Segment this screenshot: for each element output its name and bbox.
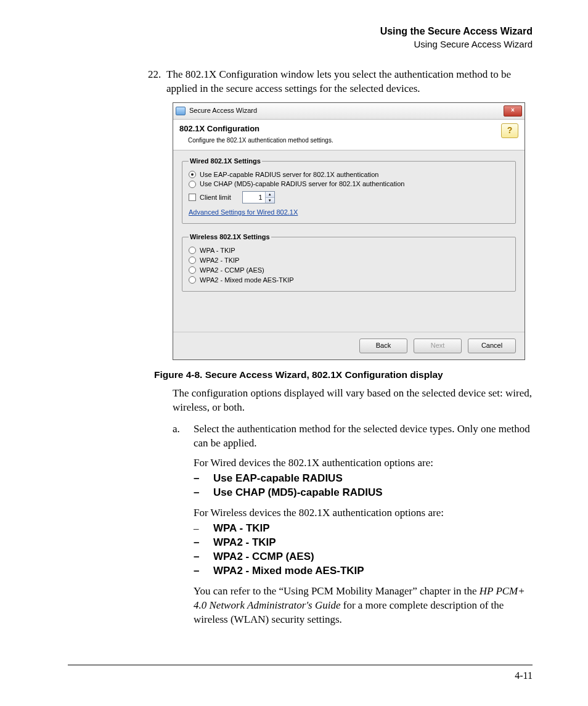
dialog-window: Secure Access Wizard × 802.1X Configurat… [173, 102, 525, 360]
help-button[interactable]: ? [501, 123, 518, 138]
wireless-radio-label: WPA2 - Mixed mode AES-TKIP [200, 276, 294, 285]
ref-text-1: You can refer to the “Using PCM Mobility… [194, 585, 480, 597]
radio-icon [189, 266, 196, 274]
wireless-radio-label: WPA - TKIP [200, 246, 235, 255]
page-header: Using the Secure Access Wizard Using Sec… [68, 25, 533, 51]
titlebar: Secure Access Wizard × [173, 103, 525, 120]
close-button[interactable]: × [504, 105, 522, 117]
spinner-up-icon[interactable]: ▲ [266, 192, 274, 198]
dash-icon: – [194, 564, 213, 578]
reference-paragraph: You can refer to the “Using PCM Mobility… [194, 585, 533, 627]
radio-icon [189, 257, 196, 264]
advanced-settings-link[interactable]: Advanced Settings for Wired 802.1X [189, 208, 298, 217]
wireless-fieldset: Wireless 802.1X Settings WPA - TKIP WPA2… [182, 232, 516, 292]
back-button[interactable]: Back [359, 339, 407, 353]
spinner-down-icon[interactable]: ▼ [266, 198, 274, 203]
substep-a: a. Select the authentication method for … [173, 422, 533, 451]
app-icon [176, 107, 186, 115]
dash-icon: – [194, 472, 213, 486]
window-title: Secure Access Wizard [189, 106, 504, 115]
wired-opt: Use EAP-capable RADIUS [213, 472, 343, 486]
wireless-radio-wpa2-ccmp[interactable]: WPA2 - CCMP (AES) [189, 266, 509, 275]
wired-radio-chap-label: Use CHAP (MD5)-capable RADIUS server for… [200, 179, 404, 189]
wireless-intro: For Wireless devices the 802.1X authenti… [194, 506, 533, 520]
wired-radio-eap-label: Use EAP-capable RADIUS server for 802.1X… [200, 170, 378, 179]
client-limit-row: Client limit 1 ▲ ▼ [189, 191, 509, 203]
radio-icon [189, 171, 196, 178]
wired-fieldset: Wired 802.1X Settings Use EAP-capable RA… [182, 157, 516, 224]
dash-icon: – [194, 522, 213, 536]
header-subtitle: Using Secure Access Wizard [68, 38, 533, 51]
wired-radio-eap[interactable]: Use EAP-capable RADIUS server for 802.1X… [189, 170, 509, 179]
figure-caption: Figure 4-8. Secure Access Wizard, 802.1X… [154, 369, 533, 382]
wireless-radio-label: WPA2 - TKIP [200, 256, 239, 265]
wired-options-list: –Use EAP-capable RADIUS –Use CHAP (MD5)-… [194, 472, 533, 500]
substep-text: Select the authentication method for the… [194, 422, 533, 451]
page-number: 4-11 [515, 669, 533, 683]
dialog-header: 802.1X Configuration Configure the 802.1… [173, 120, 525, 150]
wireless-opt: WPA2 - TKIP [213, 536, 276, 550]
wireless-opt: WPA2 - Mixed mode AES-TKIP [213, 564, 364, 578]
header-title: Using the Secure Access Wizard [68, 25, 533, 38]
radio-icon [189, 247, 196, 254]
wireless-options-list: –WPA - TKIP –WPA2 - TKIP –WPA2 - CCMP (A… [194, 522, 533, 578]
wireless-radio-wpa2-mixed[interactable]: WPA2 - Mixed mode AES-TKIP [189, 276, 509, 285]
wireless-radio-wpa2-tkip[interactable]: WPA2 - TKIP [189, 256, 509, 265]
wired-intro: For Wired devices the 802.1X authenticat… [194, 456, 533, 470]
dash-icon: – [194, 536, 213, 550]
wired-opt: Use CHAP (MD5)-capable RADIUS [213, 486, 383, 500]
dialog-title: 802.1X Configuration [179, 123, 518, 134]
client-limit-label: Client limit [200, 193, 231, 202]
wireless-opt: WPA - TKIP [213, 522, 270, 536]
wireless-radio-label: WPA2 - CCMP (AES) [200, 266, 264, 275]
dash-icon: – [194, 486, 213, 500]
client-limit-checkbox[interactable] [189, 194, 196, 201]
radio-icon [189, 276, 196, 284]
wireless-legend: Wireless 802.1X Settings [189, 232, 271, 242]
wireless-opt: WPA2 - CCMP (AES) [213, 550, 314, 564]
step-text: The 802.1X Configuration window lets you… [166, 68, 533, 96]
dash-icon: – [194, 550, 213, 564]
step-number: 22. [148, 68, 166, 96]
dialog-subtitle: Configure the 802.1X authentication meth… [188, 136, 518, 145]
client-limit-value: 1 [243, 192, 265, 203]
dialog-body: Wired 802.1X Settings Use EAP-capable RA… [173, 150, 525, 332]
wireless-radio-wpa-tkip[interactable]: WPA - TKIP [189, 246, 509, 255]
radio-icon [189, 181, 196, 188]
substep-label: a. [173, 422, 194, 451]
footer-rule [68, 665, 533, 665]
wired-legend: Wired 802.1X Settings [189, 157, 262, 166]
cancel-button[interactable]: Cancel [468, 339, 516, 353]
next-button[interactable]: Next [414, 339, 462, 353]
dialog-footer: Back Next Cancel [173, 332, 525, 359]
wired-radio-chap[interactable]: Use CHAP (MD5)-capable RADIUS server for… [189, 179, 509, 189]
post-figure-text: The configuration options displayed will… [173, 387, 533, 415]
client-limit-spinner[interactable]: 1 ▲ ▼ [242, 191, 275, 203]
step-22: 22. The 802.1X Configuration window lets… [148, 68, 533, 96]
